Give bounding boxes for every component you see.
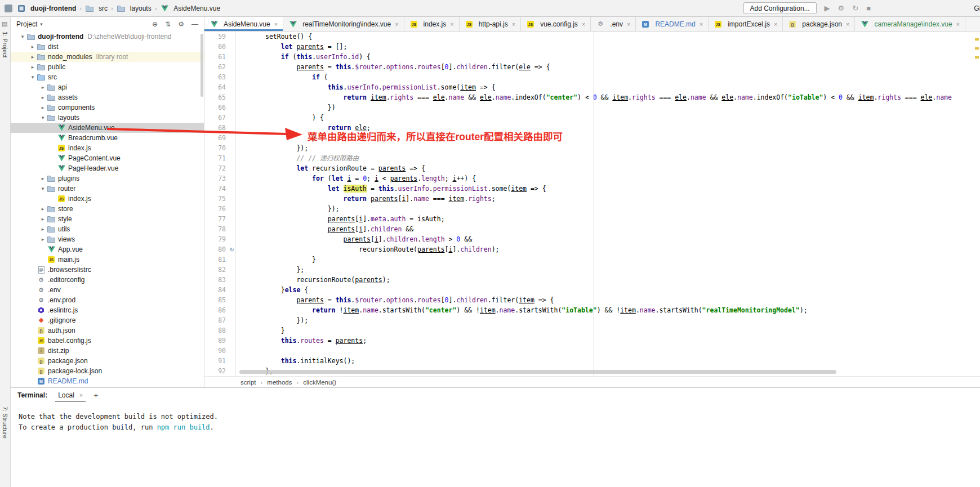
- tree-toggle-icon[interactable]: ▾: [39, 186, 47, 191]
- warning-stripe-mark[interactable]: [975, 56, 979, 59]
- breadcrumb-item-duoji-frontend[interactable]: duoji-frontend: [17, 5, 76, 12]
- tree-item-.eslintrc.js[interactable]: .eslintrc.js: [11, 305, 204, 315]
- project-tree-scrollbar[interactable]: [201, 34, 203, 97]
- tree-toggle-icon[interactable]: ▸: [39, 105, 47, 110]
- tab-close-icon[interactable]: ×: [627, 21, 630, 28]
- build-icon[interactable]: ⚙: [838, 5, 845, 12]
- tree-toggle-icon[interactable]: ▸: [29, 54, 37, 60]
- editor-tab-vue.config.js[interactable]: JSvue.config.js×: [521, 17, 591, 31]
- code-line[interactable]: 68 return ele;: [204, 123, 980, 133]
- tool-window-button-structure[interactable]: 7: Structure: [2, 406, 8, 439]
- terminal-output[interactable]: Note that the development build is not o…: [11, 403, 980, 487]
- code-line[interactable]: 83 recursionRoute(parents);: [204, 275, 980, 285]
- code-line[interactable]: 67 ) {: [204, 113, 980, 123]
- tree-item-dist[interactable]: ▸dist: [11, 42, 204, 52]
- tree-item-.gitignore[interactable]: .gitignore: [11, 315, 204, 325]
- tree-item-utils[interactable]: ▸utils: [11, 224, 204, 234]
- tree-item-api[interactable]: ▸api: [11, 82, 204, 92]
- tree-toggle-icon[interactable]: ▸: [39, 206, 47, 212]
- tree-item-store[interactable]: ▸store: [11, 204, 204, 214]
- git-branch-widget[interactable]: Git:: [974, 5, 980, 12]
- code-line[interactable]: 69 }: [204, 133, 980, 143]
- tree-item-duoji-frontend[interactable]: ▾duoji-frontendD:\zheheWeb\duoji-fronten…: [11, 32, 204, 42]
- code-line[interactable]: 89 this.routes = parents;: [204, 336, 980, 346]
- code-line[interactable]: 90: [204, 346, 980, 356]
- tree-item-router[interactable]: ▾router: [11, 184, 204, 194]
- tree-item-App.vue[interactable]: App.vue: [11, 244, 204, 254]
- tree-item-PageHeader.vue[interactable]: PageHeader.vue: [11, 163, 204, 173]
- code-line[interactable]: 91 this.initialKeys();: [204, 356, 980, 366]
- tree-item-dist.zip[interactable]: dist.zip: [11, 346, 204, 356]
- code-line[interactable]: 78 parents[i].children &&: [204, 224, 980, 234]
- tree-item-src[interactable]: ▾src: [11, 72, 204, 82]
- tree-item-.env.prod[interactable]: ⚙.env.prod: [11, 295, 204, 305]
- editor-breadcrumb-clickMenu()[interactable]: clickMenu(): [303, 379, 336, 386]
- locate-icon[interactable]: ⊕: [152, 20, 158, 28]
- run-icon[interactable]: ▶: [825, 5, 830, 12]
- code-line[interactable]: 86 return !item.name.startsWith("center"…: [204, 305, 980, 315]
- add-configuration-button[interactable]: Add Configuration...: [743, 2, 817, 14]
- editor-tab-realTimeMonitoring\index.vue[interactable]: realTimeMonitoring\index.vue×: [283, 17, 404, 31]
- code-line[interactable]: 61 if (this.userInfo.id) {: [204, 52, 980, 62]
- code-line[interactable]: 59setRoute() {: [204, 32, 980, 42]
- close-icon[interactable]: ×: [79, 392, 83, 399]
- tree-item-node_modules[interactable]: ▸node_moduleslibrary root: [11, 52, 204, 62]
- tool-window-grid-icon[interactable]: ▤: [2, 20, 7, 28]
- hide-panel-icon[interactable]: —: [191, 20, 198, 28]
- code-line[interactable]: 72 let recursionRoute = parents => {: [204, 163, 980, 173]
- code-line[interactable]: 70 });: [204, 143, 980, 153]
- code-line[interactable]: 74 let isAuth = this.userInfo.permission…: [204, 184, 980, 194]
- code-line[interactable]: 87 });: [204, 315, 980, 325]
- code-line[interactable]: 76 });: [204, 204, 980, 214]
- tab-close-icon[interactable]: ×: [582, 21, 585, 28]
- code-line[interactable]: 60 let parents = [];: [204, 42, 980, 52]
- code-line[interactable]: 81 }: [204, 254, 980, 265]
- tree-item-package-lock.json[interactable]: {}package-lock.json: [11, 366, 204, 376]
- ide-logo-icon[interactable]: [5, 5, 12, 12]
- tree-toggle-icon[interactable]: ▸: [29, 64, 37, 70]
- tab-close-icon[interactable]: ×: [846, 21, 849, 28]
- code-line[interactable]: 65 return item.rights === ele.name && el…: [204, 92, 980, 102]
- tree-item-public[interactable]: ▸public: [11, 62, 204, 72]
- code-line[interactable]: 66 }): [204, 102, 980, 113]
- code-line[interactable]: 82 };: [204, 265, 980, 275]
- tab-close-icon[interactable]: ×: [395, 21, 398, 28]
- editor-breadcrumb-methods[interactable]: methods: [267, 379, 292, 386]
- tree-toggle-icon[interactable]: ▸: [39, 216, 47, 222]
- tree-item-main.js[interactable]: JSmain.js: [11, 254, 204, 265]
- breadcrumb-item-src[interactable]: src: [85, 5, 108, 12]
- tree-item-.browserslistrc[interactable]: .browserslistrc: [11, 265, 204, 275]
- tree-toggle-icon[interactable]: ▾: [19, 34, 26, 39]
- tab-close-icon[interactable]: ×: [512, 21, 515, 28]
- tree-toggle-icon[interactable]: ▸: [39, 176, 47, 181]
- tree-item-AsideMenu.vue[interactable]: AsideMenu.vue: [11, 123, 204, 133]
- editor-tab-.env[interactable]: ⚙.env×: [591, 17, 636, 31]
- collapse-all-icon[interactable]: ⇅: [165, 20, 171, 28]
- settings-icon[interactable]: ⚙: [178, 20, 184, 28]
- tree-item-README.md[interactable]: MREADME.md: [11, 376, 204, 386]
- tree-item-Breadcrumb.vue[interactable]: Breadcrumb.vue: [11, 133, 204, 143]
- editor-tab-index.js[interactable]: JSindex.js×: [404, 17, 460, 31]
- code-line[interactable]: 71 // // 递归权限路由: [204, 153, 980, 163]
- tree-toggle-icon[interactable]: ▸: [39, 95, 47, 100]
- warning-stripe-mark[interactable]: [975, 38, 979, 41]
- tree-item-plugins[interactable]: ▸plugins: [11, 173, 204, 184]
- tree-item-index.js[interactable]: JSindex.js: [11, 194, 204, 204]
- terminal-tab-local[interactable]: Local ×: [55, 389, 86, 402]
- tree-toggle-icon[interactable]: ▸: [39, 236, 47, 242]
- editor-tab-cameraManage\index.vue[interactable]: cameraManage\index.vue×: [855, 17, 965, 31]
- tree-item-auth.json[interactable]: {}auth.json: [11, 325, 204, 336]
- tree-item-layouts[interactable]: ▾layouts: [11, 113, 204, 123]
- new-terminal-session-icon[interactable]: +: [93, 391, 98, 400]
- tree-item-views[interactable]: ▸views: [11, 234, 204, 244]
- editor-tab-package.json[interactable]: {}package.json×: [783, 17, 855, 31]
- tree-item-.editorconfig[interactable]: ⚙.editorconfig: [11, 275, 204, 285]
- code-line[interactable]: 64 this.userInfo.permissionList.some(ite…: [204, 82, 980, 92]
- tree-item-components[interactable]: ▸components: [11, 102, 204, 113]
- editor-horizontal-scrollbar[interactable]: [239, 370, 836, 374]
- tree-toggle-icon[interactable]: ▾: [39, 115, 47, 120]
- chevron-down-icon[interactable]: ▾: [40, 21, 43, 27]
- breadcrumb-item-AsideMenu.vue[interactable]: AsideMenu.vue: [160, 5, 220, 12]
- tree-toggle-icon[interactable]: ▾: [29, 74, 37, 80]
- code-line[interactable]: 80↻ recursionRoute(parents[i].children);: [204, 244, 980, 254]
